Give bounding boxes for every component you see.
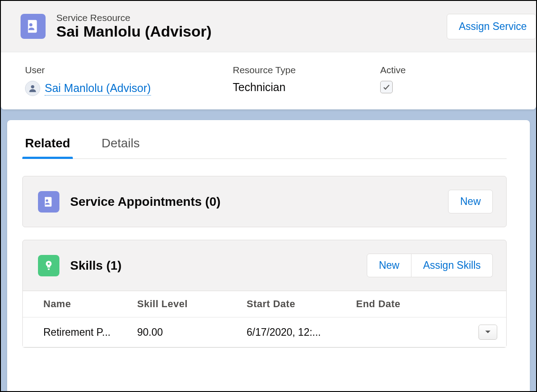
- field-label-type: Resource Type: [233, 65, 353, 75]
- user-value-row: Sai Manlolu (Advisor): [25, 81, 206, 96]
- cell-start: 6/17/2020, 12:...: [247, 326, 356, 338]
- field-label-active: Active: [380, 65, 406, 75]
- tab-related[interactable]: Related: [25, 130, 70, 158]
- header-top: Service Resource Sai Manlolu (Advisor) A…: [1, 1, 536, 52]
- skills-title[interactable]: Skills (1): [70, 259, 122, 273]
- tabs-bar: Related Details: [22, 130, 507, 159]
- new-skill-button[interactable]: New: [367, 254, 411, 277]
- active-checkbox[interactable]: [380, 81, 393, 93]
- field-active: Active: [380, 65, 406, 96]
- col-header-level[interactable]: Skill Level: [137, 298, 247, 310]
- page-title: Sai Manlolu (Advisor): [56, 23, 212, 40]
- assign-service-button[interactable]: Assign Service: [447, 14, 536, 39]
- appointments-icon: [38, 191, 59, 213]
- header-fields: User Sai Manlolu (Advisor) Resource Type…: [1, 52, 536, 109]
- svg-point-1: [48, 263, 50, 264]
- skills-card: Skills (1) New Assign Skills Name Skill …: [22, 240, 507, 348]
- col-header-start[interactable]: Start Date: [247, 298, 356, 310]
- col-header-name[interactable]: Name: [43, 298, 137, 310]
- user-link[interactable]: Sai Manlolu (Advisor): [45, 82, 151, 96]
- service-appointments-header: Service Appointments (0) New: [23, 176, 506, 227]
- tabs-panel: Related Details Service Appointments (0)…: [7, 120, 530, 392]
- assign-skills-button[interactable]: Assign Skills: [411, 254, 493, 277]
- svg-point-0: [31, 85, 34, 88]
- col-header-end[interactable]: End Date: [356, 298, 448, 310]
- service-resource-icon: [21, 14, 46, 39]
- record-header-card: Service Resource Sai Manlolu (Advisor) A…: [1, 1, 536, 109]
- skills-table: Name Skill Level Start Date End Date Ret…: [23, 291, 506, 347]
- skills-icon: [38, 255, 59, 276]
- cell-level: 90.00: [137, 326, 247, 338]
- new-appointment-button[interactable]: New: [448, 190, 493, 213]
- header-title-block: Service Resource Sai Manlolu (Advisor): [21, 13, 212, 40]
- avatar-icon: [25, 81, 40, 96]
- skills-table-header: Name Skill Level Start Date End Date: [23, 291, 506, 317]
- tab-details[interactable]: Details: [101, 130, 140, 158]
- field-user: User Sai Manlolu (Advisor): [25, 65, 206, 96]
- table-row: Retirement P... 90.00 6/17/2020, 12:...: [23, 317, 506, 347]
- field-resource-type: Resource Type Technician: [233, 65, 353, 96]
- service-appointments-title[interactable]: Service Appointments (0): [70, 195, 221, 209]
- skills-header: Skills (1) New Assign Skills: [23, 240, 506, 291]
- cell-name[interactable]: Retirement P...: [43, 326, 137, 338]
- row-actions-button[interactable]: [478, 325, 497, 340]
- record-eyebrow: Service Resource: [56, 13, 212, 23]
- service-appointments-card: Service Appointments (0) New: [22, 176, 507, 227]
- field-label-user: User: [25, 65, 206, 75]
- field-value-type: Technician: [233, 81, 353, 94]
